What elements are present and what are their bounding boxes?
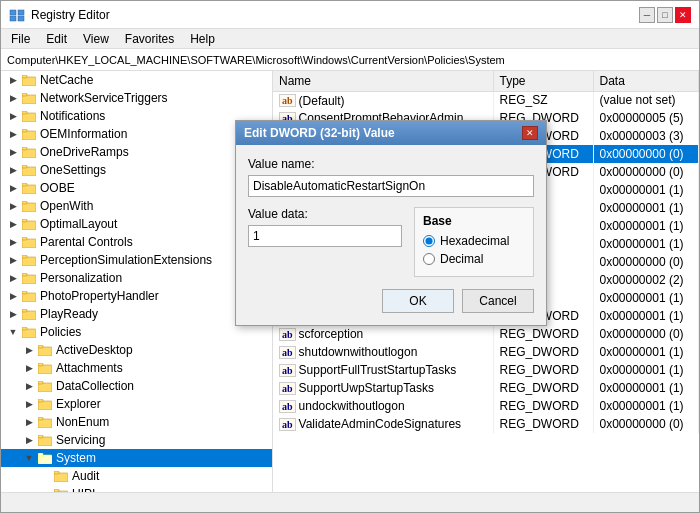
tree-item[interactable]: ▶OptimalLayout: [1, 215, 272, 233]
value-name-input[interactable]: [248, 175, 534, 197]
tree-item[interactable]: ▶Attachments: [1, 359, 272, 377]
table-row[interactable]: ab ValidateAdminCodeSignatures REG_DWORD…: [273, 415, 699, 433]
expand-icon[interactable]: ▶: [5, 72, 21, 88]
tree-item[interactable]: ▶Parental Controls: [1, 233, 272, 251]
tree-item[interactable]: ▶OneSettings: [1, 161, 272, 179]
reg-type: REG_DWORD: [493, 397, 593, 415]
reg-data: 0x00000001 (1): [593, 199, 699, 217]
tree-pane[interactable]: ▶NetCache▶NetworkServiceTriggers▶Notific…: [1, 71, 273, 492]
expand-icon[interactable]: ▶: [21, 360, 37, 376]
tree-item[interactable]: ▶NetworkServiceTriggers: [1, 89, 272, 107]
close-button[interactable]: ✕: [675, 7, 691, 23]
menu-bar: File Edit View Favorites Help: [1, 29, 699, 49]
cancel-button[interactable]: Cancel: [462, 289, 534, 313]
expand-icon[interactable]: ▶: [5, 144, 21, 160]
svg-rect-7: [22, 93, 27, 96]
tree-label: PerceptionSimulationExtensions: [40, 253, 212, 267]
ok-button[interactable]: OK: [382, 289, 454, 313]
expand-icon[interactable]: ▶: [21, 414, 37, 430]
tree-label: Policies: [40, 325, 81, 339]
menu-file[interactable]: File: [5, 30, 36, 48]
expand-icon[interactable]: ▶: [5, 252, 21, 268]
menu-edit[interactable]: Edit: [40, 30, 73, 48]
decimal-option[interactable]: Decimal: [423, 252, 525, 266]
tree-item[interactable]: ▶Servicing: [1, 431, 272, 449]
tree-item[interactable]: ▶OEMInformation: [1, 125, 272, 143]
col-name: Name: [273, 71, 493, 91]
folder-icon: [21, 73, 37, 87]
svg-rect-41: [38, 399, 43, 402]
expand-icon[interactable]: ▶: [5, 216, 21, 232]
expand-icon[interactable]: ▶: [5, 306, 21, 322]
tree-item[interactable]: UIPI: [1, 485, 272, 492]
reg-data: 0x00000001 (1): [593, 217, 699, 235]
tree-label: Audit: [72, 469, 99, 483]
dword-icon: ab: [279, 418, 296, 431]
tree-item[interactable]: ▶OOBE: [1, 179, 272, 197]
folder-icon: [21, 145, 37, 159]
menu-view[interactable]: View: [77, 30, 115, 48]
expand-icon[interactable]: ▶: [5, 162, 21, 178]
edit-dword-dialog[interactable]: Edit DWORD (32-bit) Value ✕ Value name: …: [235, 120, 547, 326]
expand-icon[interactable]: ▶: [21, 432, 37, 448]
svg-rect-5: [22, 75, 27, 78]
reg-type: REG_DWORD: [493, 415, 593, 433]
table-row[interactable]: ab SupportFullTrustStartupTasks REG_DWOR…: [273, 361, 699, 379]
expand-icon[interactable]: ▶: [5, 270, 21, 286]
reg-data: (value not set): [593, 91, 699, 109]
tree-item[interactable]: ▶ActiveDesktop: [1, 341, 272, 359]
folder-icon: [21, 325, 37, 339]
dialog-close-button[interactable]: ✕: [522, 126, 538, 140]
table-row[interactable]: ab SupportUwpStartupTasks REG_DWORD 0x00…: [273, 379, 699, 397]
reg-data: 0x00000001 (1): [593, 289, 699, 307]
expand-icon[interactable]: ▶: [5, 198, 21, 214]
tree-item[interactable]: ▼Policies: [1, 323, 272, 341]
tree-item[interactable]: ▶Explorer: [1, 395, 272, 413]
expand-icon[interactable]: ▶: [21, 378, 37, 394]
expand-icon[interactable]: ▶: [5, 288, 21, 304]
tree-item[interactable]: Audit: [1, 467, 272, 485]
svg-rect-20: [22, 221, 36, 230]
svg-rect-26: [22, 275, 36, 284]
hexadecimal-option[interactable]: Hexadecimal: [423, 234, 525, 248]
table-row[interactable]: ab shutdownwithoutlogon REG_DWORD 0x0000…: [273, 343, 699, 361]
hexadecimal-radio[interactable]: [423, 235, 435, 247]
tree-item[interactable]: ▶DataCollection: [1, 377, 272, 395]
expand-icon[interactable]: ▶: [5, 126, 21, 142]
tree-item[interactable]: ▼System: [1, 449, 272, 467]
svg-rect-44: [38, 437, 52, 446]
table-row[interactable]: ab (Default) REG_SZ (value not set): [273, 91, 699, 109]
expand-icon[interactable]: ▼: [21, 450, 37, 466]
tree-label: Personalization: [40, 271, 122, 285]
table-row[interactable]: ab scforception REG_DWORD 0x00000000 (0): [273, 325, 699, 343]
menu-help[interactable]: Help: [184, 30, 221, 48]
decimal-radio[interactable]: [423, 253, 435, 265]
maximize-button[interactable]: □: [657, 7, 673, 23]
tree-item[interactable]: ▶PlayReady: [1, 305, 272, 323]
tree-item[interactable]: ▶NonEnum: [1, 413, 272, 431]
tree-item[interactable]: ▶OpenWith: [1, 197, 272, 215]
folder-icon: [21, 307, 37, 321]
tree-item[interactable]: ▶PhotoPropertyHandler: [1, 287, 272, 305]
minimize-button[interactable]: ─: [639, 7, 655, 23]
expand-icon[interactable]: ▶: [5, 108, 21, 124]
svg-rect-21: [22, 219, 27, 222]
value-data-input[interactable]: [248, 225, 402, 247]
tree-item[interactable]: ▶NetCache: [1, 71, 272, 89]
svg-rect-14: [22, 167, 36, 176]
expand-icon[interactable]: ▶: [5, 234, 21, 250]
expand-icon[interactable]: ▼: [5, 324, 21, 340]
tree-item[interactable]: ▶Notifications: [1, 107, 272, 125]
expand-icon[interactable]: ▶: [5, 180, 21, 196]
svg-rect-16: [22, 185, 36, 194]
expand-icon[interactable]: ▶: [21, 342, 37, 358]
tree-item[interactable]: ▶OneDriveRamps: [1, 143, 272, 161]
expand-icon[interactable]: ▶: [5, 90, 21, 106]
tree-item[interactable]: ▶PerceptionSimulationExtensions: [1, 251, 272, 269]
table-row[interactable]: ab undockwithoutlogon REG_DWORD 0x000000…: [273, 397, 699, 415]
svg-rect-46: [38, 455, 52, 464]
expand-icon[interactable]: ▶: [21, 396, 37, 412]
tree-item[interactable]: ▶Personalization: [1, 269, 272, 287]
folder-icon: [21, 109, 37, 123]
menu-favorites[interactable]: Favorites: [119, 30, 180, 48]
